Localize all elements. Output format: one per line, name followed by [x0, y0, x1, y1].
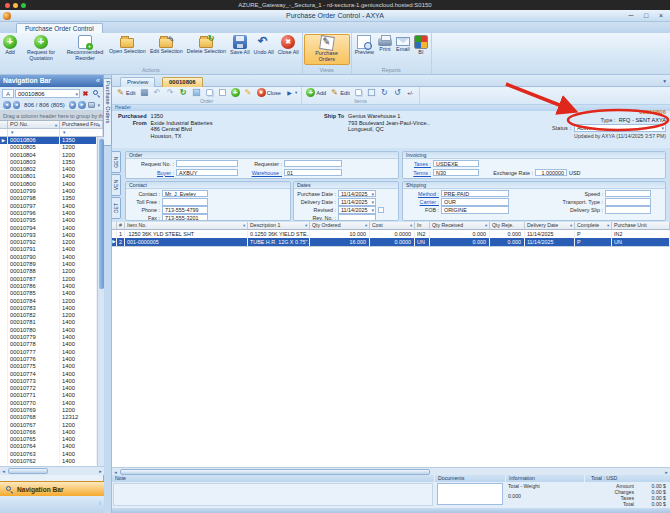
nav-row[interactable]: 000107981350 [0, 195, 97, 202]
clear-search-icon[interactable]: ✖ [81, 89, 90, 98]
revised-date-field[interactable]: 11/14/2025 [338, 206, 376, 214]
nav-row[interactable]: 000107971400 [0, 203, 97, 210]
requester-field[interactable] [284, 160, 342, 168]
taxes-link[interactable]: Taxes : [405, 161, 431, 167]
toolbar-button-image[interactable] [191, 88, 202, 97]
nav-row[interactable]: ▶000108061350 [0, 137, 97, 144]
nav-vertical-scrollbar[interactable] [97, 137, 104, 466]
nav-row[interactable]: 000107631400 [0, 451, 97, 458]
scroll-right-icon[interactable]: ► [97, 468, 104, 475]
column-header-po-no[interactable]: PO No.▼ [8, 121, 60, 129]
nav-row[interactable]: 000107771400 [0, 349, 97, 356]
maximize-button[interactable]: □ [639, 10, 653, 22]
nav-row[interactable]: 000108051200 [0, 144, 97, 151]
ribbon-button-preview[interactable]: Preview [353, 34, 376, 57]
nav-row[interactable]: 000107691200 [0, 407, 97, 414]
ribbon-button-close-all[interactable]: Close All [276, 34, 301, 57]
toolbar-button-refresh[interactable] [178, 88, 189, 97]
ribbon-button-purchase-orders[interactable]: Purchase Orders [304, 34, 350, 65]
ribbon-button-add[interactable]: Add [1, 34, 19, 57]
nav-row[interactable]: 000108001400 [0, 181, 97, 188]
phone-field[interactable]: 713-555-4799 [162, 206, 208, 214]
nav-row[interactable]: 000107961400 [0, 210, 97, 217]
tab-00010806[interactable]: 00010806 [162, 77, 203, 87]
nav-row[interactable]: 000107941400 [0, 225, 97, 232]
taxes-field[interactable]: USDEXE [433, 160, 479, 168]
toolbar-button-doc[interactable] [217, 88, 228, 97]
buyer-link[interactable]: Buyer : [128, 170, 174, 176]
speed-field[interactable] [605, 190, 651, 198]
filter-icon[interactable]: ▼ [97, 122, 101, 129]
close-button[interactable]: × [654, 10, 668, 22]
mac-minimize-icon[interactable] [13, 3, 18, 8]
mac-zoom-icon[interactable] [21, 3, 26, 8]
toolbar-button-plusminus[interactable] [405, 88, 416, 97]
nav-row[interactable]: 000108031350 [0, 159, 97, 166]
tab-list-chevron-icon[interactable]: ▾ [663, 78, 666, 84]
toolbar-button-highlight[interactable] [243, 88, 254, 97]
nav-row[interactable]: 000107931400 [0, 232, 97, 239]
nav-row[interactable]: 000108041200 [0, 152, 97, 159]
ribbon-button-save-all[interactable]: Save All [228, 34, 251, 57]
ribbon-button-open-selection[interactable]: Open Selection [107, 34, 148, 56]
last-record-button[interactable]: ► [78, 101, 86, 109]
nav-row[interactable]: 000107671200 [0, 422, 97, 429]
toolbar-button-undo[interactable] [152, 88, 163, 97]
buyer-field[interactable]: AXBUY [176, 169, 238, 177]
nav-row[interactable]: 000108021400 [0, 166, 97, 173]
purchase-orders-side-tab[interactable]: Purchase Orders [104, 78, 112, 146]
toolbar-button-redo[interactable] [165, 88, 176, 97]
nav-row[interactable]: 0001076812312 [0, 414, 97, 421]
nav-row[interactable]: 000107811400 [0, 319, 97, 326]
nav-row[interactable]: 000107951400 [0, 217, 97, 224]
method-link[interactable]: Method : [405, 191, 439, 197]
purchase-date-field[interactable]: 11/14/2025 [338, 190, 376, 198]
column-header-purchased-from[interactable]: Purchased Fro▼ [60, 121, 103, 129]
col-purchase-unit[interactable]: Purchase Unit [612, 222, 670, 230]
ribbon-button-print[interactable]: Print [376, 34, 394, 54]
first-record-button[interactable]: ◄ [3, 101, 11, 109]
fob-field[interactable]: ORIGINE [441, 206, 509, 214]
ribbon-button-edit-selection[interactable]: Edit Selection [148, 34, 185, 56]
nav-row[interactable]: 000107871200 [0, 276, 97, 283]
col-complete[interactable]: Complete▼ [575, 222, 612, 230]
nav-row[interactable]: 000107751400 [0, 363, 97, 370]
toolbar-button-add[interactable]: Add [305, 88, 327, 97]
nav-row[interactable]: 000107831400 [0, 305, 97, 312]
doc-horizontal-scrollbar[interactable]: ◄ ► [112, 467, 670, 475]
status-select[interactable]: Active [574, 124, 666, 132]
toolbar-button-window[interactable] [366, 88, 377, 97]
nav-row[interactable]: 000107651400 [0, 436, 97, 443]
toolbar-button-edit[interactable]: Edit [329, 88, 351, 97]
filter-cell[interactable] [0, 129, 8, 137]
scrollbar-thumb[interactable] [8, 468, 48, 474]
customize-icon[interactable]: ⁞ [99, 500, 101, 506]
nav-row[interactable]: 000107891400 [0, 261, 97, 268]
tab-ven[interactable]: VEN [112, 174, 121, 196]
refresh-list-icon[interactable] [88, 102, 96, 108]
tab-gen[interactable]: GEN [112, 151, 121, 173]
tab-purchase-order-control[interactable]: Purchase Order Control [16, 23, 103, 33]
nav-horizontal-scrollbar[interactable]: ◄ ► [0, 466, 104, 475]
col-qty-rejected[interactable]: Qty Reje. [490, 222, 525, 230]
revised-checkbox[interactable] [378, 207, 384, 213]
toolbar-button-add-green[interactable] [230, 88, 241, 97]
nav-row[interactable]: 000107711400 [0, 392, 97, 399]
rev-no-field[interactable] [338, 214, 376, 221]
search-input[interactable]: 00010806 [15, 89, 80, 98]
prev-record-button[interactable]: ◄ [13, 101, 21, 109]
ribbon-button-delete-selection[interactable]: Delete Selection [185, 34, 228, 56]
nav-row[interactable]: 000107791400 [0, 334, 97, 341]
next-record-button[interactable]: ► [69, 101, 77, 109]
ribbon-button-recommended-reorder[interactable]: Recommended Reorder [63, 34, 107, 63]
mac-close-icon[interactable] [5, 3, 10, 8]
nav-row[interactable]: 000107841200 [0, 298, 97, 305]
nav-row[interactable]: 000107861400 [0, 283, 97, 290]
col-cost[interactable]: Cost▼ [370, 222, 415, 230]
col-description[interactable]: Description 1▼ [248, 222, 310, 230]
navigation-bar-bottom-button[interactable]: Navigation Bar [0, 481, 104, 496]
request-no-field[interactable] [176, 160, 238, 168]
carrier-field[interactable]: OUR [441, 198, 509, 206]
documents-box[interactable] [437, 483, 503, 505]
fax-field[interactable]: 713-555-3201 [162, 214, 208, 221]
